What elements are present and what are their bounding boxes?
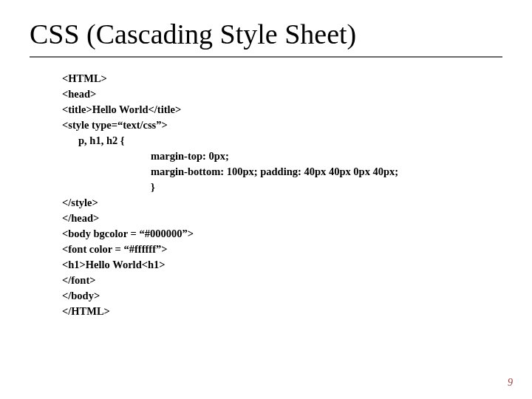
code-line: <title>Hello World</title> [62, 102, 502, 117]
slide-title: CSS (Cascading Style Sheet) [30, 18, 502, 58]
code-line: </body> [62, 288, 502, 304]
code-line: </HTML> [62, 304, 502, 319]
code-line: margin-top: 0px; [62, 149, 502, 164]
code-line: </style> [62, 195, 502, 211]
code-line: </head> [62, 211, 502, 226]
code-line: p, h1, h2 { [62, 133, 502, 149]
code-line: <HTML> [62, 71, 502, 86]
code-line: <style type=“text/css”> [62, 117, 502, 133]
slide: CSS (Cascading Style Sheet) <HTML> <head… [0, 0, 532, 399]
code-line: <h1>Hello World<h1> [62, 257, 502, 273]
code-line: <body bgcolor = “#000000”> [62, 226, 502, 242]
page-number: 9 [508, 377, 513, 389]
code-line: <head> [62, 86, 502, 102]
code-line: margin-bottom: 100px; padding: 40px 40px… [62, 164, 502, 180]
code-line: </font> [62, 273, 502, 288]
code-line: } [62, 180, 502, 195]
code-line: <font color = “#ffffff”> [62, 242, 502, 257]
code-block: <HTML> <head> <title>Hello World</title>… [30, 71, 502, 319]
